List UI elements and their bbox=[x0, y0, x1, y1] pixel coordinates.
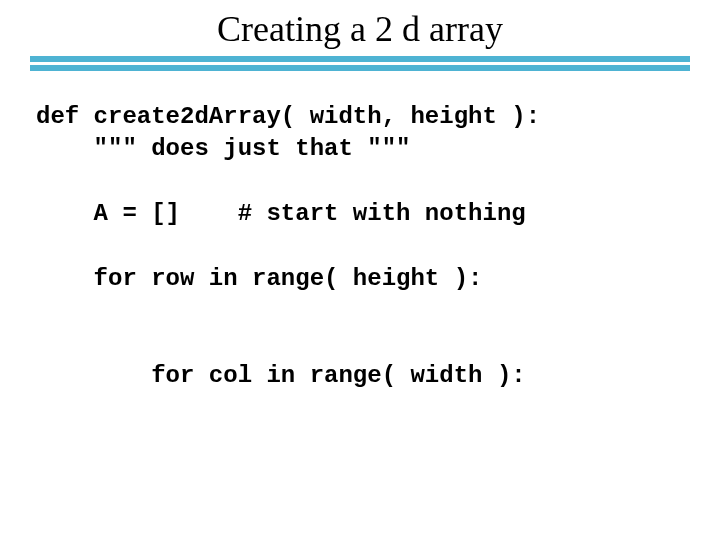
code-line: """ does just that """ bbox=[36, 135, 410, 162]
code-line: for col in range( width ): bbox=[36, 362, 526, 389]
title-underline bbox=[30, 56, 690, 71]
code-line: A = [] # start with nothing bbox=[36, 200, 526, 227]
code-block: def create2dArray( width, height ): """ … bbox=[0, 71, 720, 393]
slide: Creating a 2 d array def create2dArray( … bbox=[0, 0, 720, 540]
slide-title: Creating a 2 d array bbox=[0, 0, 720, 56]
code-line: def create2dArray( width, height ): bbox=[36, 103, 540, 130]
code-line: for row in range( height ): bbox=[36, 265, 482, 292]
